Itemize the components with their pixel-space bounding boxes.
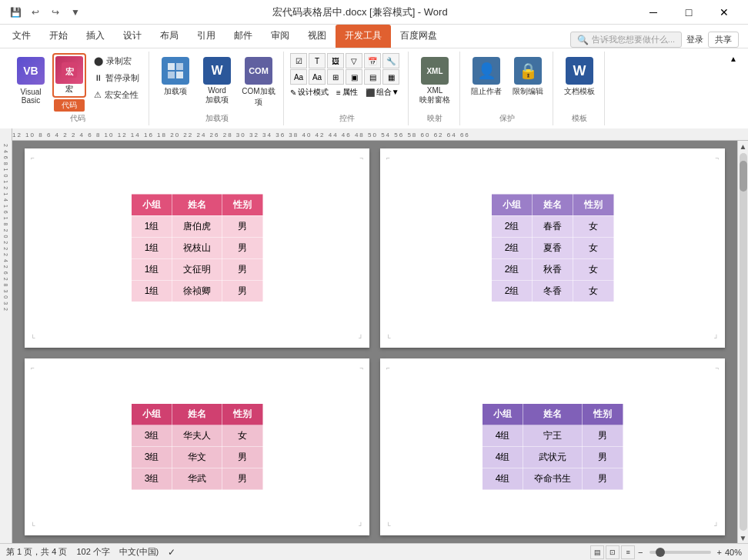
t2-h3: 性别 [573, 194, 614, 215]
ribbon-content: VB Visual Basic 宏 宏 代码 ⬤ [0, 48, 748, 128]
ctrl-c2[interactable]: ▤ [364, 69, 381, 85]
tab-mailings[interactable]: 邮件 [225, 25, 262, 48]
ctrl-aa2[interactable]: Aa [309, 69, 326, 85]
ctrl-c1[interactable]: ▣ [346, 69, 362, 85]
table-cell: 4组 [483, 447, 523, 468]
tab-layout[interactable]: 布局 [151, 25, 188, 48]
login-button[interactable]: 登录 [686, 34, 703, 45]
ribbon-group-protect: 👤 阻止作者 🔒 限制编辑 保护 [462, 52, 553, 125]
ribbon-group-addin-content: 加载项 W Word加载项 COM COM加载项 [155, 53, 279, 112]
ctrl-img[interactable]: 🖼 [327, 53, 344, 68]
table-cell: 春香 [533, 215, 573, 237]
ctrl-check[interactable]: ☑ [290, 53, 307, 68]
table-cell: 男 [222, 237, 263, 258]
tab-developer[interactable]: 开发工具 [336, 25, 391, 48]
view-outline[interactable]: ≡ [621, 545, 635, 559]
scroll-thumb[interactable] [740, 161, 747, 192]
tab-view[interactable]: 视图 [299, 25, 336, 48]
search-box[interactable]: 🔍 告诉我您想要做什么... [570, 32, 682, 48]
t3-h2: 姓名 [172, 404, 222, 425]
macro-button-bordered[interactable]: 宏 宏 [52, 53, 86, 98]
table-row: 1组唐伯虎男 [132, 215, 263, 237]
tab-design[interactable]: 设计 [114, 25, 151, 48]
table-cell: 秋香 [533, 258, 573, 280]
vertical-scrollbar[interactable]: ▲ ▼ [737, 141, 748, 543]
tab-home[interactable]: 开始 [40, 25, 77, 48]
vb-label: Visual Basic [13, 88, 48, 105]
collapse-icon: ▲ [730, 55, 737, 63]
pause-macro-button[interactable]: ⏸ 暂停录制 [89, 70, 144, 85]
zoom-thumb[interactable] [656, 548, 665, 557]
redo-button[interactable]: ↪ [46, 3, 65, 22]
svg-text:宏: 宏 [65, 67, 74, 76]
tab-insert[interactable]: 插入 [77, 25, 114, 48]
scroll-up[interactable]: ▲ [738, 141, 749, 152]
restrict-edit-button[interactable]: 🔒 限制编辑 [508, 53, 548, 101]
xml-mapping-button[interactable]: XML XML映射窗格 [415, 53, 455, 109]
table-cell: 2组 [492, 280, 533, 302]
com-addin-button[interactable]: COM COM加载项 [239, 53, 279, 112]
macro-security-button[interactable]: ⚠ 宏安全性 [89, 87, 144, 102]
maximize-button[interactable]: □ [671, 0, 706, 25]
pause-label: 暂停录制 [105, 72, 139, 84]
doc-template-button[interactable]: W 文档模板 [559, 53, 599, 101]
zoom-in-button[interactable]: + [717, 548, 722, 557]
addin-button[interactable]: 加载项 [155, 53, 195, 101]
svg-rect-3 [176, 63, 183, 70]
close-button[interactable]: ✕ [706, 0, 742, 25]
zoom-slider[interactable] [649, 551, 711, 554]
tab-references[interactable]: 引用 [188, 25, 225, 48]
properties-button[interactable]: ≡ 属性 [336, 87, 358, 98]
vertical-ruler: 2468101214161820222426283032 [0, 141, 12, 543]
record-macro-button[interactable]: ⬤ 录制宏 [89, 53, 144, 68]
tab-review[interactable]: 审阅 [262, 25, 299, 48]
restrict-edit-icon: 🔒 [514, 57, 542, 85]
minimize-button[interactable]: ─ [636, 0, 671, 25]
ctrl-date[interactable]: 📅 [364, 53, 381, 68]
collapse-ribbon[interactable]: ▲ [730, 52, 742, 125]
block-authors-button[interactable]: 👤 阻止作者 [466, 53, 506, 101]
table-cell: 武状元 [523, 447, 583, 468]
tab-file[interactable]: 文件 [3, 25, 40, 48]
ctrl-c3[interactable]: ▦ [382, 69, 399, 85]
ctrl-design[interactable]: Aa [290, 69, 307, 85]
t1-h2: 姓名 [172, 194, 222, 215]
table-cell: 华武 [172, 468, 222, 490]
macro-label: 宏 [55, 84, 83, 95]
combine-button[interactable]: ⬛ 组合▼ [366, 87, 399, 98]
share-button[interactable]: 共享 [708, 32, 739, 48]
customize-button[interactable]: ▼ [66, 3, 85, 22]
table-cell: 女 [573, 215, 614, 237]
ctrl-text[interactable]: T [309, 53, 326, 68]
undo-button[interactable]: ↩ [26, 3, 45, 22]
table-cell: 宁王 [523, 425, 583, 447]
view-web[interactable]: ⊡ [606, 545, 619, 559]
properties-label: 属性 [342, 87, 358, 98]
zoom-out-button[interactable]: − [638, 548, 643, 557]
corner-tl-2: ⌐ [386, 155, 390, 162]
scroll-down[interactable]: ▼ [738, 532, 749, 543]
table-cell: 1组 [132, 237, 172, 258]
save-button[interactable]: 💾 [6, 3, 25, 22]
security-icon: ⚠ [94, 90, 102, 100]
table-cell: 1组 [132, 280, 172, 302]
view-print[interactable]: ▤ [590, 545, 604, 559]
visual-basic-button[interactable]: VB Visual Basic [11, 53, 51, 108]
t4-h3: 性别 [583, 404, 623, 425]
scroll-track[interactable] [740, 153, 747, 531]
table-row: 1组徐祯卿男 [132, 280, 263, 302]
tab-baidu[interactable]: 百度网盘 [391, 25, 446, 48]
svg-rect-4 [168, 72, 175, 78]
word-addin-button[interactable]: W Word加载项 [197, 53, 237, 109]
code-label-button[interactable]: 代码 [54, 99, 85, 112]
ctrl-build[interactable]: 🔧 [382, 53, 399, 68]
table-row: 4组夺命书生男 [483, 468, 623, 490]
mapping-group-label: 映射 [427, 113, 442, 124]
table-row: 3组华文男 [132, 447, 263, 468]
design-mode-button[interactable]: ✎ 设计模式 [290, 87, 329, 98]
table-row: 2组春香女 [492, 215, 614, 237]
ctrl-grid[interactable]: ⊞ [327, 69, 344, 85]
document-main: 2468101214161820222426283032 ⌐ ¬ └ ┘ 小组 … [0, 141, 748, 543]
ctrl-combo[interactable]: ▽ [346, 53, 362, 68]
table-cell: 男 [222, 447, 263, 468]
